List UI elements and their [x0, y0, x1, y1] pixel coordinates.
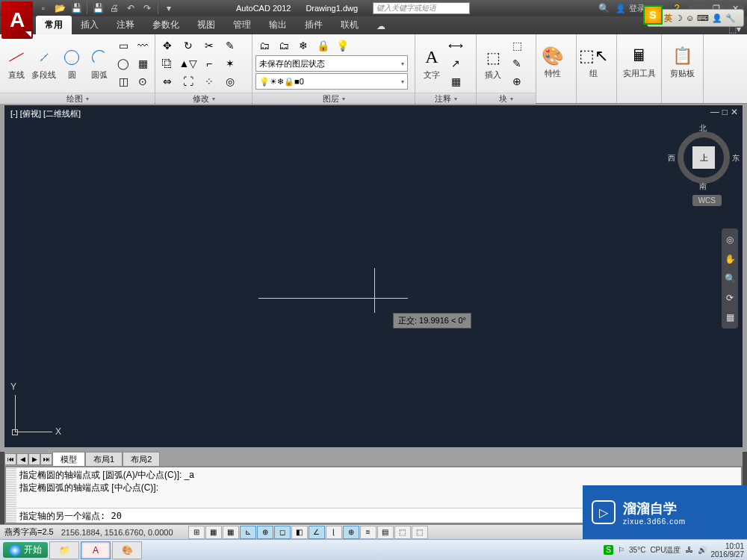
- nav-wheel-icon[interactable]: ◎: [722, 231, 738, 248]
- tab-online-icon[interactable]: ☁: [368, 18, 394, 34]
- infocenter-search[interactable]: 键入关键字或短语: [373, 2, 470, 14]
- viewcube-top[interactable]: 上: [692, 146, 715, 169]
- task-explorer[interactable]: 📁: [49, 541, 79, 559]
- tab-insert[interactable]: 插入: [72, 16, 108, 34]
- region-icon[interactable]: ◫: [114, 73, 132, 90]
- login-button[interactable]: 👤 登录: [616, 3, 645, 14]
- panel-block-label[interactable]: 块: [477, 93, 536, 105]
- drawing-area[interactable]: [-] [俯视] [二维线框] — □ ✕ 上 北 南 东 西 WCS ◎ ✋ …: [0, 104, 747, 452]
- clipboard-button[interactable]: 📋剪贴板: [665, 37, 700, 87]
- array-icon[interactable]: ⁘: [200, 73, 218, 90]
- nav-pan-icon[interactable]: ✋: [722, 251, 738, 267]
- command-drag-handle[interactable]: [6, 467, 16, 523]
- qat-new-icon[interactable]: ▫: [36, 1, 51, 15]
- tab-parametric[interactable]: 参数化: [143, 16, 188, 34]
- trim-icon[interactable]: ✂: [200, 37, 218, 54]
- utilities-button[interactable]: 🖩实用工具: [620, 37, 658, 87]
- tab-layout2[interactable]: 布局2: [123, 452, 160, 467]
- dim-linear-icon[interactable]: ⟷: [447, 37, 465, 54]
- toggle-grid[interactable]: ▦: [223, 526, 239, 539]
- ime-settings-icon[interactable]: 🔧: [725, 13, 736, 23]
- copy-icon[interactable]: ⿻: [158, 55, 176, 72]
- tab-plugins[interactable]: 插件: [296, 16, 332, 34]
- properties-button[interactable]: 🎨特性: [539, 37, 566, 87]
- viewport-maximize-icon[interactable]: □: [722, 107, 728, 117]
- qat-save-icon[interactable]: 💾: [69, 1, 84, 15]
- mirror-icon[interactable]: ▲▽: [179, 55, 197, 72]
- fillet-icon[interactable]: ⌐: [200, 55, 218, 72]
- toggle-infer[interactable]: ⊞: [188, 526, 205, 539]
- stretch-icon[interactable]: ⇔: [158, 73, 176, 90]
- spline-icon[interactable]: 〰: [134, 37, 152, 54]
- nav-showmotion-icon[interactable]: ▦: [722, 309, 738, 326]
- wcs-label[interactable]: WCS: [692, 195, 722, 206]
- layer-freeze-icon[interactable]: ❄: [294, 37, 312, 54]
- text-button[interactable]: A文字: [418, 37, 445, 90]
- attr-block-icon[interactable]: ⊕: [508, 73, 526, 90]
- tray-flag-icon[interactable]: ⚐: [618, 546, 624, 554]
- scale-icon[interactable]: ⛶: [179, 73, 197, 90]
- app-menu-button[interactable]: A: [1, 1, 33, 39]
- task-autocad[interactable]: A: [81, 541, 111, 559]
- ime-moon-icon[interactable]: ☽: [675, 13, 683, 23]
- toggle-snap[interactable]: ▦: [205, 526, 222, 539]
- layer-current-combo[interactable]: 💡☀❄🔒■ 0▾: [255, 73, 408, 90]
- circle-button[interactable]: 圆: [59, 37, 85, 90]
- tab-annotate[interactable]: 注释: [108, 16, 143, 34]
- coordinate-readout[interactable]: 2156.1884, 1516.6760, 0.0000: [57, 528, 178, 537]
- toggle-polar[interactable]: ⊕: [257, 526, 273, 539]
- tab-nav-last-icon[interactable]: ⏭: [40, 453, 52, 465]
- layer-lock-icon[interactable]: 🔒: [314, 37, 332, 54]
- tray-sogou-icon[interactable]: S: [604, 545, 613, 555]
- panel-modify-label[interactable]: 修改: [155, 93, 252, 105]
- toggle-otrack[interactable]: ∠: [309, 526, 325, 539]
- tab-output[interactable]: 输出: [260, 16, 296, 34]
- toggle-sc[interactable]: ⬚: [412, 526, 428, 539]
- start-button[interactable]: 开始: [3, 542, 48, 558]
- panel-draw-label[interactable]: 绘图: [0, 93, 155, 105]
- layer-iso-icon[interactable]: 🗂: [275, 37, 293, 54]
- ellipse-icon[interactable]: ◯: [114, 55, 132, 72]
- tray-sound-icon[interactable]: 🔊: [698, 546, 707, 554]
- toggle-ortho[interactable]: ⊾: [240, 526, 256, 539]
- tab-online[interactable]: 联机: [332, 16, 368, 34]
- qat-open-icon[interactable]: 📂: [52, 1, 67, 15]
- erase-icon[interactable]: ✎: [221, 37, 239, 54]
- qat-dropdown-icon[interactable]: ▾: [161, 1, 176, 15]
- qat-print-icon[interactable]: 🖨: [107, 1, 122, 15]
- panel-layer-label[interactable]: 图层: [252, 93, 415, 105]
- ime-user-icon[interactable]: 👤: [712, 13, 722, 23]
- toggle-osnap[interactable]: ◻: [274, 526, 291, 539]
- tab-model[interactable]: 模型: [52, 452, 85, 467]
- rectangle-icon[interactable]: ▭: [114, 37, 132, 54]
- toggle-3dosnap[interactable]: ◧: [291, 526, 308, 539]
- viewport-label[interactable]: [-] [俯视] [二维线框]: [10, 108, 81, 119]
- tab-nav-prev-icon[interactable]: ◀: [16, 453, 28, 465]
- layer-state-combo[interactable]: 未保存的图层状态▾: [255, 55, 408, 72]
- tab-view[interactable]: 视图: [188, 16, 224, 34]
- rotate-icon[interactable]: ↻: [179, 37, 197, 54]
- toggle-qp[interactable]: ⬚: [394, 526, 411, 539]
- tab-nav-first-icon[interactable]: ⏮: [4, 453, 16, 465]
- create-block-icon[interactable]: ⬚: [508, 37, 526, 54]
- toggle-dyn[interactable]: ⊕: [343, 526, 359, 539]
- viewport-close-icon[interactable]: ✕: [731, 107, 738, 117]
- layer-props-icon[interactable]: 🗂: [255, 37, 273, 54]
- qat-undo-icon[interactable]: ↶: [123, 1, 138, 15]
- search-icon[interactable]: 🔍: [596, 1, 611, 15]
- viewport-minimize-icon[interactable]: —: [710, 107, 719, 117]
- table-icon[interactable]: ▦: [447, 73, 465, 90]
- nav-orbit-icon[interactable]: ⟳: [722, 290, 738, 306]
- ime-lang[interactable]: 英: [664, 13, 672, 24]
- leader-icon[interactable]: ↗: [447, 55, 465, 72]
- move-icon[interactable]: ✥: [158, 37, 176, 54]
- qat-saveas-icon[interactable]: 💾: [90, 1, 105, 15]
- ime-keyboard-icon[interactable]: ⌨: [697, 13, 709, 23]
- toggle-ducs[interactable]: ⌊: [326, 526, 342, 539]
- edit-block-icon[interactable]: ✎: [508, 55, 526, 72]
- line-button[interactable]: 直线: [3, 37, 29, 90]
- offset-icon[interactable]: ◎: [221, 73, 239, 90]
- ime-toolbar[interactable]: S 英 ☽ ☺ ⌨ 👤 🔧: [647, 9, 744, 27]
- polyline-button[interactable]: ⟋多段线: [31, 37, 57, 90]
- panel-annotation-label[interactable]: 注释: [415, 93, 476, 105]
